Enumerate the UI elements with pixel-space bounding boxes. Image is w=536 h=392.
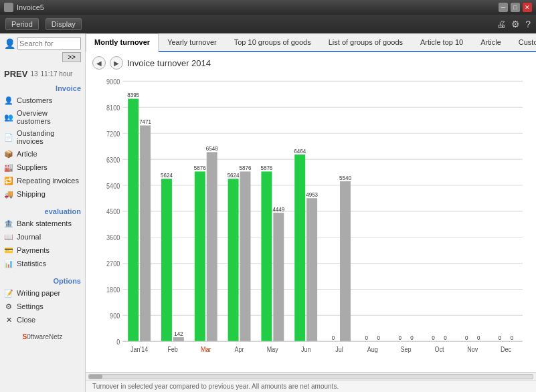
sidebar-item-label: Oustanding invoices	[17, 129, 81, 145]
svg-text:0: 0	[365, 334, 369, 341]
sidebar-item-label: Shipping	[17, 190, 46, 198]
sidebar-item-label: Repeating invoices	[17, 177, 79, 185]
logo-rest: 0ftwareNetz	[27, 333, 62, 340]
svg-text:5624: 5624	[228, 171, 240, 179]
svg-text:8100: 8100	[106, 104, 120, 112]
scroll-thumb[interactable]	[89, 375, 102, 379]
svg-rect-44	[273, 213, 284, 341]
tab-articletop10[interactable]: Article top 10	[412, 33, 472, 51]
svg-text:7200: 7200	[106, 130, 120, 138]
logo-area: S0ftwareNetz	[0, 330, 85, 343]
settings-icon[interactable]: ⚙	[511, 19, 520, 29]
maximize-button[interactable]: □	[511, 3, 520, 12]
minimize-button[interactable]: ─	[499, 3, 508, 12]
sidebar-item-label: Suppliers	[17, 163, 48, 171]
svg-text:0: 0	[377, 334, 381, 341]
svg-text:Aug: Aug	[367, 346, 378, 354]
svg-rect-34	[207, 152, 217, 341]
svg-rect-39	[240, 171, 251, 341]
invoice-items: 👤Customers👥Overview customers📄Oustanding…	[0, 94, 85, 201]
print-icon[interactable]: 🖨	[497, 19, 506, 29]
svg-text:4449: 4449	[272, 205, 284, 213]
sidebar-item-article[interactable]: 📦Article	[0, 147, 85, 161]
svg-text:0: 0	[444, 334, 447, 341]
toolbar: Period Display 🖨 ⚙ ?	[0, 15, 536, 33]
svg-text:Nov: Nov	[467, 346, 478, 354]
svg-text:7471: 7471	[139, 118, 151, 126]
settings-icon: ⚙	[4, 302, 13, 311]
sidebar-item-writing-paper[interactable]: 📝Writing paper	[0, 286, 85, 300]
sidebar-item-label: Overview customers	[17, 109, 81, 125]
svg-rect-53	[340, 181, 351, 341]
svg-text:Oct: Oct	[434, 346, 444, 354]
svg-text:5876: 5876	[194, 165, 206, 172]
tab-article[interactable]: Article	[472, 33, 510, 51]
period-button[interactable]: Period	[5, 18, 39, 30]
svg-text:0: 0	[465, 334, 468, 341]
svg-text:Jul: Jul	[335, 346, 343, 354]
overview-customers-icon: 👥	[4, 112, 13, 122]
svg-text:0: 0	[410, 334, 414, 341]
next-arrow[interactable]: ▶	[110, 56, 123, 70]
svg-text:5624: 5624	[161, 171, 173, 179]
svg-text:5540: 5540	[339, 174, 351, 181]
svg-text:Jan'14: Jan'14	[130, 346, 149, 354]
display-button[interactable]: Display	[46, 18, 82, 30]
sidebar-item-label: Bank statements	[17, 219, 72, 227]
svg-rect-24	[140, 125, 151, 341]
tab-customers[interactable]: Customers	[510, 33, 536, 51]
chart-title: Invoice turnover 2014	[127, 58, 211, 68]
svg-rect-22	[128, 99, 139, 342]
sidebar-item-statistics[interactable]: 📊Statistics	[0, 257, 85, 270]
svg-text:8395: 8395	[127, 92, 139, 99]
sidebar-item-customers[interactable]: 👤Customers	[0, 94, 85, 107]
sidebar-item-outstanding-invoices[interactable]: 📄Oustanding invoices	[0, 127, 85, 147]
svg-rect-29	[173, 337, 184, 341]
tab-listgroups[interactable]: List of groups of goods	[320, 33, 412, 51]
search-input[interactable]	[17, 37, 81, 50]
prev-arrow[interactable]: ◀	[92, 56, 106, 70]
sidebar-item-repeating-invoices[interactable]: 🔁Repeating invoices	[0, 174, 85, 187]
sidebar-item-suppliers[interactable]: 🏭Suppliers	[0, 161, 85, 174]
sidebar-item-journal[interactable]: 📖Journal	[0, 230, 85, 243]
svg-text:6548: 6548	[206, 145, 218, 153]
repeating-invoices-icon: 🔁	[4, 176, 13, 185]
svg-text:Apr: Apr	[235, 346, 245, 354]
svg-text:Dec: Dec	[501, 346, 511, 354]
article-icon: 📦	[4, 149, 13, 159]
sidebar-item-settings[interactable]: ⚙Settings	[0, 300, 85, 313]
svg-rect-42	[261, 171, 272, 341]
sidebar-item-shipping[interactable]: 🚚Shipping	[0, 187, 85, 201]
tab-yearly[interactable]: Yearly turnover	[159, 33, 226, 51]
svg-text:1800: 1800	[106, 286, 120, 294]
options-items: 📝Writing paper⚙Settings✕Close	[0, 286, 85, 326]
sidebar-item-label: Close	[17, 316, 35, 324]
titlebar: Invoice5 ─ □ ✕	[0, 0, 536, 15]
scroll-track[interactable]	[88, 374, 533, 379]
sidebar-item-label: Customers	[17, 96, 52, 104]
window-controls: ─ □ ✕	[499, 3, 532, 12]
svg-rect-49	[306, 198, 317, 341]
sidebar-item-label: Journal	[17, 233, 41, 241]
close-window-button[interactable]: ✕	[523, 3, 532, 12]
sidebar-item-label: Payments	[17, 246, 50, 254]
sidebar-item-payments[interactable]: 💳Payments	[0, 243, 85, 257]
tab-top10groups[interactable]: Top 10 groups of goods	[226, 33, 320, 51]
svg-text:0: 0	[477, 334, 480, 341]
svg-text:5400: 5400	[106, 182, 120, 190]
svg-text:5876: 5876	[240, 165, 252, 172]
svg-rect-27	[161, 179, 172, 341]
status-text: Turnover in selected year compared to pr…	[92, 383, 339, 390]
search-button[interactable]: >>	[62, 52, 81, 62]
evaluation-items: 🏦Bank statements📖Journal💳Payments📊Statis…	[0, 217, 85, 270]
scrollbar-area[interactable]	[86, 372, 536, 380]
tab-monthly[interactable]: Montly turnover	[86, 33, 159, 52]
svg-text:May: May	[267, 346, 278, 354]
sidebar-item-bank-statements[interactable]: 🏦Bank statements	[0, 217, 85, 230]
bank-statements-icon: 🏦	[4, 219, 13, 228]
main-layout: 👤 >> PREV 13 11:17 hour Invoice 👤Custome…	[0, 33, 536, 392]
sidebar-item-close[interactable]: ✕Close	[0, 313, 85, 326]
sidebar-item-overview-customers[interactable]: 👥Overview customers	[0, 107, 85, 127]
help-icon[interactable]: ?	[525, 19, 531, 29]
svg-text:4953: 4953	[306, 191, 318, 198]
